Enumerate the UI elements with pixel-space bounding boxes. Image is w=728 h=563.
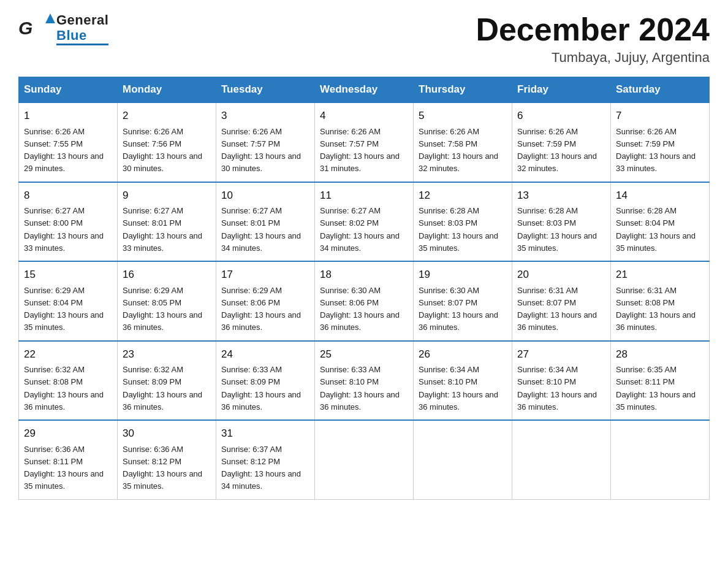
day-info: Sunrise: 6:32 AMSunset: 8:09 PMDaylight:…	[123, 365, 202, 412]
calendar-day-cell: 1 Sunrise: 6:26 AMSunset: 7:55 PMDayligh…	[19, 102, 118, 182]
calendar-day-header: Monday	[118, 77, 216, 103]
logo-general-text: General	[56, 13, 108, 28]
logo: G General Blue	[18, 12, 108, 46]
day-info: Sunrise: 6:26 AMSunset: 7:57 PMDaylight:…	[320, 127, 400, 174]
day-number: 12	[419, 188, 507, 204]
day-number: 9	[123, 188, 211, 204]
day-number: 13	[517, 188, 605, 204]
calendar-week-row: 8 Sunrise: 6:27 AMSunset: 8:00 PMDayligh…	[19, 182, 710, 262]
calendar-day-cell: 12 Sunrise: 6:28 AMSunset: 8:03 PMDaylig…	[414, 182, 512, 262]
day-info: Sunrise: 6:29 AMSunset: 8:05 PMDaylight:…	[123, 286, 202, 332]
day-info: Sunrise: 6:26 AMSunset: 7:57 PMDaylight:…	[221, 127, 301, 174]
calendar-day-cell	[611, 420, 710, 499]
page-header: G General Blue December 2024 Tumbaya, Ju…	[18, 12, 710, 66]
day-number: 31	[221, 426, 309, 442]
day-info: Sunrise: 6:27 AMSunset: 8:01 PMDaylight:…	[123, 206, 202, 253]
calendar-day-cell: 16 Sunrise: 6:29 AMSunset: 8:05 PMDaylig…	[118, 261, 216, 341]
day-number: 3	[221, 108, 309, 124]
day-info: Sunrise: 6:29 AMSunset: 8:06 PMDaylight:…	[221, 286, 301, 332]
day-number: 4	[320, 108, 408, 124]
page-title: December 2024	[476, 12, 710, 47]
day-info: Sunrise: 6:27 AMSunset: 8:02 PMDaylight:…	[320, 206, 400, 253]
day-info: Sunrise: 6:34 AMSunset: 8:10 PMDaylight:…	[517, 365, 597, 412]
day-number: 1	[24, 108, 112, 124]
day-info: Sunrise: 6:26 AMSunset: 7:56 PMDaylight:…	[123, 127, 202, 174]
calendar-day-cell: 24 Sunrise: 6:33 AMSunset: 8:09 PMDaylig…	[216, 341, 315, 421]
calendar-day-header: Thursday	[414, 77, 512, 103]
title-block: December 2024 Tumbaya, Jujuy, Argentina	[476, 12, 710, 66]
calendar-day-cell: 29 Sunrise: 6:36 AMSunset: 8:11 PMDaylig…	[19, 420, 118, 499]
calendar-day-cell: 17 Sunrise: 6:29 AMSunset: 8:06 PMDaylig…	[216, 261, 315, 341]
calendar-day-cell: 21 Sunrise: 6:31 AMSunset: 8:08 PMDaylig…	[611, 261, 710, 341]
calendar-day-header: Wednesday	[315, 77, 414, 103]
calendar-day-cell: 26 Sunrise: 6:34 AMSunset: 8:10 PMDaylig…	[414, 341, 512, 421]
day-number: 29	[24, 426, 112, 442]
day-number: 5	[419, 108, 507, 124]
calendar-day-cell: 7 Sunrise: 6:26 AMSunset: 7:59 PMDayligh…	[611, 102, 710, 182]
calendar-day-cell: 4 Sunrise: 6:26 AMSunset: 7:57 PMDayligh…	[315, 102, 414, 182]
calendar-day-cell: 10 Sunrise: 6:27 AMSunset: 8:01 PMDaylig…	[216, 182, 315, 262]
day-info: Sunrise: 6:36 AMSunset: 8:11 PMDaylight:…	[24, 445, 104, 491]
day-info: Sunrise: 6:28 AMSunset: 8:03 PMDaylight:…	[517, 206, 597, 253]
day-number: 21	[616, 267, 704, 283]
day-info: Sunrise: 6:34 AMSunset: 8:10 PMDaylight:…	[419, 365, 498, 412]
calendar-day-cell: 28 Sunrise: 6:35 AMSunset: 8:11 PMDaylig…	[611, 341, 710, 421]
day-info: Sunrise: 6:33 AMSunset: 8:09 PMDaylight:…	[221, 365, 301, 412]
page-subtitle: Tumbaya, Jujuy, Argentina	[476, 50, 710, 66]
logo-blue-text: Blue	[56, 28, 108, 45]
day-info: Sunrise: 6:32 AMSunset: 8:08 PMDaylight:…	[24, 365, 104, 412]
calendar-day-header: Saturday	[611, 77, 710, 103]
day-number: 14	[616, 188, 704, 204]
day-info: Sunrise: 6:37 AMSunset: 8:12 PMDaylight:…	[221, 445, 301, 491]
day-info: Sunrise: 6:36 AMSunset: 8:12 PMDaylight:…	[123, 445, 202, 491]
day-info: Sunrise: 6:26 AMSunset: 7:58 PMDaylight:…	[419, 127, 498, 174]
calendar-day-cell: 22 Sunrise: 6:32 AMSunset: 8:08 PMDaylig…	[19, 341, 118, 421]
day-number: 2	[123, 108, 211, 124]
calendar-day-cell: 30 Sunrise: 6:36 AMSunset: 8:12 PMDaylig…	[118, 420, 216, 499]
day-number: 17	[221, 267, 309, 283]
day-number: 6	[517, 108, 605, 124]
calendar-day-header: Friday	[512, 77, 611, 103]
day-number: 11	[320, 188, 408, 204]
day-number: 27	[517, 347, 605, 362]
day-number: 24	[221, 347, 309, 362]
day-number: 18	[320, 267, 408, 283]
calendar-day-header: Sunday	[19, 77, 118, 103]
calendar-day-cell: 11 Sunrise: 6:27 AMSunset: 8:02 PMDaylig…	[315, 182, 414, 262]
calendar-week-row: 15 Sunrise: 6:29 AMSunset: 8:04 PMDaylig…	[19, 261, 710, 341]
day-info: Sunrise: 6:26 AMSunset: 7:59 PMDaylight:…	[517, 127, 597, 174]
calendar-day-cell: 5 Sunrise: 6:26 AMSunset: 7:58 PMDayligh…	[414, 102, 512, 182]
svg-marker-0	[45, 13, 55, 23]
day-number: 25	[320, 347, 408, 362]
calendar-week-row: 1 Sunrise: 6:26 AMSunset: 7:55 PMDayligh…	[19, 102, 710, 182]
day-number: 22	[24, 347, 112, 362]
day-info: Sunrise: 6:29 AMSunset: 8:04 PMDaylight:…	[24, 286, 104, 332]
calendar-day-cell: 8 Sunrise: 6:27 AMSunset: 8:00 PMDayligh…	[19, 182, 118, 262]
calendar-table: SundayMondayTuesdayWednesdayThursdayFrid…	[18, 77, 710, 500]
day-info: Sunrise: 6:30 AMSunset: 8:07 PMDaylight:…	[419, 286, 498, 332]
day-number: 8	[24, 188, 112, 204]
day-number: 23	[123, 347, 211, 362]
calendar-day-cell: 2 Sunrise: 6:26 AMSunset: 7:56 PMDayligh…	[118, 102, 216, 182]
day-number: 19	[419, 267, 507, 283]
calendar-day-cell: 6 Sunrise: 6:26 AMSunset: 7:59 PMDayligh…	[512, 102, 611, 182]
calendar-day-cell: 31 Sunrise: 6:37 AMSunset: 8:12 PMDaylig…	[216, 420, 315, 499]
calendar-day-cell: 9 Sunrise: 6:27 AMSunset: 8:01 PMDayligh…	[118, 182, 216, 262]
calendar-day-cell: 23 Sunrise: 6:32 AMSunset: 8:09 PMDaylig…	[118, 341, 216, 421]
day-number: 28	[616, 347, 704, 362]
calendar-day-cell: 13 Sunrise: 6:28 AMSunset: 8:03 PMDaylig…	[512, 182, 611, 262]
day-info: Sunrise: 6:28 AMSunset: 8:04 PMDaylight:…	[616, 206, 696, 253]
calendar-day-cell	[512, 420, 611, 499]
calendar-day-cell: 3 Sunrise: 6:26 AMSunset: 7:57 PMDayligh…	[216, 102, 315, 182]
calendar-day-header: Tuesday	[216, 77, 315, 103]
calendar-day-cell: 25 Sunrise: 6:33 AMSunset: 8:10 PMDaylig…	[315, 341, 414, 421]
day-number: 7	[616, 108, 704, 124]
day-number: 10	[221, 188, 309, 204]
logo-text-area: General Blue	[56, 13, 108, 45]
calendar-day-cell: 20 Sunrise: 6:31 AMSunset: 8:07 PMDaylig…	[512, 261, 611, 341]
day-info: Sunrise: 6:31 AMSunset: 8:08 PMDaylight:…	[616, 286, 696, 332]
day-info: Sunrise: 6:30 AMSunset: 8:06 PMDaylight:…	[320, 286, 400, 332]
day-info: Sunrise: 6:26 AMSunset: 7:59 PMDaylight:…	[616, 127, 696, 174]
day-info: Sunrise: 6:27 AMSunset: 8:01 PMDaylight:…	[221, 206, 301, 253]
day-number: 20	[517, 267, 605, 283]
